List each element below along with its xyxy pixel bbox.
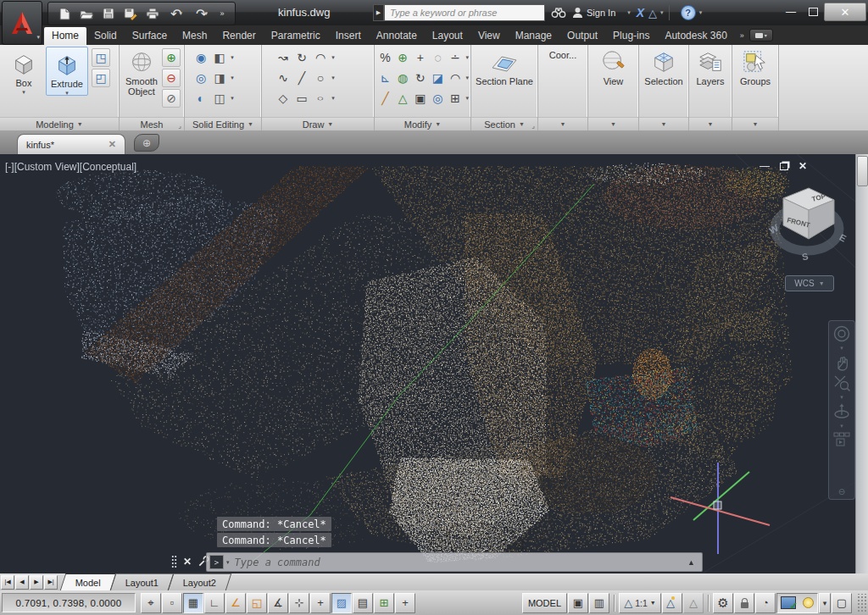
minimize-button[interactable]: — (780, 3, 802, 20)
command-prompt-caret-icon[interactable]: ▾ (226, 559, 230, 566)
slice-icon[interactable]: ◨ (210, 69, 229, 87)
circle-icon[interactable]: ○ (311, 69, 330, 87)
ribbon-tab-insert[interactable]: Insert (328, 27, 369, 45)
3d-rotate-icon[interactable]: ◍ (394, 69, 412, 87)
vertical-scrollbar[interactable] (855, 154, 868, 573)
selection-panel-button[interactable]: Selection (639, 45, 688, 86)
view-cube[interactable]: W S E TOP FRONT (765, 176, 849, 269)
search-binoculars-icon[interactable] (551, 7, 566, 19)
slice-caret-icon[interactable]: ▾ (229, 75, 236, 81)
viewport-controls-label[interactable]: [-][Custom View][Conceptual] (5, 161, 136, 173)
3d-move-icon[interactable]: ⊕ (394, 48, 412, 67)
prev-layout-button[interactable]: ◀ (15, 575, 29, 590)
erase-icon[interactable]: ╱ (376, 89, 394, 108)
scrollbar-thumb[interactable] (857, 156, 868, 186)
layout-tab-layout1[interactable]: Layout1 (110, 573, 175, 590)
first-layout-button[interactable]: |◀ (1, 575, 14, 590)
annotation-visibility-button[interactable]: △ (662, 593, 682, 613)
spline-icon[interactable]: ∿ (274, 69, 292, 87)
redo-caret-icon[interactable]: ▾ (204, 10, 208, 17)
maximize-button[interactable] (802, 3, 824, 20)
section-dialog-launcher-icon[interactable]: ⌟ (531, 122, 535, 130)
close-button[interactable]: ✕ (824, 3, 866, 21)
3d-scale-icon[interactable]: △ (394, 89, 412, 108)
wheel-caret-icon[interactable]: ▾ (840, 345, 843, 352)
offset-edge-icon[interactable]: ◰ (92, 69, 110, 87)
lock-ui-button[interactable] (734, 593, 754, 613)
smooth-more-icon[interactable]: ⊕ (162, 48, 181, 67)
modeling-panel-footer[interactable]: Modeling ▼ (0, 117, 119, 130)
undo-caret-icon[interactable]: ▾ (179, 10, 182, 17)
section-panel-footer[interactable]: Section ▼ ⌟ (471, 117, 537, 130)
ribbon-tab-layout[interactable]: Layout (425, 27, 470, 45)
revision-cloud-icon[interactable]: ↻ (292, 48, 311, 67)
groups-panel-button[interactable]: Groups (732, 45, 778, 86)
next-layout-button[interactable]: ▶ (30, 575, 43, 590)
scale-icon[interactable]: ▣ (411, 89, 429, 108)
ellipse-icon[interactable]: ○ (311, 89, 330, 108)
groups-panel-footer[interactable]: ▼ (732, 117, 778, 130)
solid-editing-panel-footer[interactable]: Solid Editing ▼ (185, 117, 261, 130)
drawing-viewport[interactable]: [-][Custom View][Conceptual] — ✕ W S E T… (0, 154, 868, 573)
polygon-icon[interactable]: ◇ (274, 89, 292, 108)
subtract-icon[interactable]: ◎ (192, 69, 210, 87)
qat-overflow-button[interactable]: » (216, 4, 228, 23)
union-icon[interactable]: ◉ (192, 48, 210, 67)
last-layout-button[interactable]: ▶| (44, 575, 58, 590)
copy-icon[interactable]: ◌ (429, 48, 447, 67)
arc-icon[interactable]: ◠ (311, 48, 330, 67)
grid-display-button[interactable]: ▦ (183, 593, 203, 613)
modify-panel-footer[interactable]: Modify ▼ (375, 117, 470, 130)
trim-icon[interactable]: ◪ (429, 69, 447, 87)
dynamic-input-button[interactable]: + (310, 593, 331, 613)
navigation-wheel-icon[interactable] (832, 324, 851, 343)
rotate-icon[interactable]: ↻ (411, 69, 429, 87)
mesh-panel-footer[interactable]: Mesh ⌟ (120, 117, 184, 130)
orbit-icon[interactable] (832, 402, 852, 421)
coordinates-readout[interactable]: 0.7091, 0.7398, 0.0000 (2, 593, 136, 612)
workspace-switching-button[interactable]: ⚙ (713, 593, 733, 613)
sign-in-button[interactable]: Sign In (572, 7, 615, 19)
viewport-restore-icon[interactable] (780, 163, 788, 170)
zoom-caret-icon[interactable]: ▾ (840, 394, 843, 401)
ribbon-tab-render[interactable]: Render (214, 27, 263, 45)
fillet-caret-icon[interactable]: ▾ (465, 75, 470, 81)
file-tab-close-icon[interactable]: ✕ (108, 139, 116, 150)
arc-caret-icon[interactable]: ▾ (330, 54, 337, 61)
search-arrow-button[interactable]: ▶ (373, 4, 384, 21)
exchange-apps-icon[interactable]: X (637, 6, 643, 19)
array-caret-icon[interactable]: ▾ (465, 95, 470, 102)
layout-tab-layout2[interactable]: Layout2 (168, 573, 232, 590)
command-drag-grip[interactable] (171, 555, 177, 568)
snap-mode-button[interactable]: ▫ (162, 593, 182, 613)
polyline-icon[interactable]: ↝ (274, 48, 292, 67)
infer-constraints-button[interactable]: ⌖ (141, 593, 161, 613)
annotation-autoscale-button[interactable]: △ (683, 593, 704, 613)
command-input-bar[interactable]: > ▾ Type a command ▲ (206, 552, 703, 572)
sign-in-caret-icon[interactable]: ▾ (627, 9, 631, 16)
performance-tuner-button[interactable]: ◔ (755, 593, 776, 613)
navbar-close-icon[interactable]: ⊖ (838, 487, 845, 496)
ortho-mode-button[interactable]: ∟ (204, 593, 225, 613)
save-button[interactable] (99, 4, 118, 23)
stretch-icon[interactable]: % (376, 48, 394, 67)
measure-caret-icon[interactable]: ▾ (465, 54, 470, 61)
pan-hand-icon[interactable] (833, 353, 850, 372)
smooth-object-button[interactable]: Smooth Object (121, 47, 162, 108)
redo-button[interactable]: ↷▾ (191, 4, 213, 23)
move-icon[interactable]: + (411, 48, 429, 67)
undo-button[interactable]: ↶▾ (165, 4, 187, 23)
section-plane-button[interactable]: Section Plane (471, 45, 537, 86)
new-file-button[interactable] (55, 4, 74, 23)
application-menu-button[interactable]: ▾ (2, 1, 42, 45)
ellipse-caret-icon[interactable]: ▾ (330, 95, 337, 102)
coordinates-panel-label[interactable]: Coor... (538, 45, 587, 60)
status-menu-button[interactable]: ▾ (819, 593, 831, 613)
view-panel-footer[interactable]: ▼ (588, 117, 638, 130)
annotation-monitor-button[interactable]: + (395, 593, 415, 613)
ribbon-tab-view[interactable]: View (470, 27, 508, 45)
command-close-icon[interactable]: ✕ (183, 556, 192, 568)
pointcloud-canvas[interactable] (0, 154, 868, 573)
smooth-less-icon[interactable]: ⊖ (162, 69, 181, 87)
ribbon-tab-autodesk-360[interactable]: Autodesk 360 (657, 27, 734, 45)
